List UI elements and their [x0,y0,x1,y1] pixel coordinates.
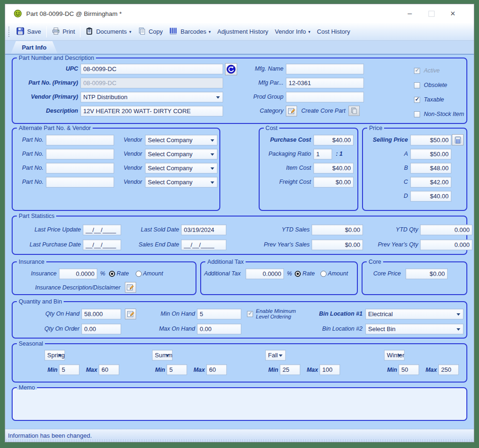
obsolete-checkbox[interactable] [414,82,420,88]
upc-label: UPC [15,65,78,72]
prod-group-input[interactable] [286,92,364,102]
qty-on-hand-input[interactable]: 58.000 [81,309,121,319]
documents-button[interactable]: Documents ▾ [82,25,134,38]
min-on-hand-label: Min On Hand [143,311,195,317]
sales-end-date-input[interactable]: __/__/____ [181,239,226,250]
vendor-primary-combo[interactable]: NTP Distribution [80,92,223,102]
alt-part-no-input[interactable] [46,177,114,188]
group-legend: Additional Tax [205,258,246,266]
fall-min-input[interactable]: 25 [280,364,300,375]
season-fall-combo[interactable]: Fall [265,350,286,361]
additional-tax-rate-radio[interactable] [295,271,301,277]
ytd-sales-input[interactable]: $0.00 [312,224,363,235]
season-summer-combo[interactable]: Summer [152,350,173,361]
print-button[interactable]: Print [49,25,79,38]
create-core-part-label: Create Core Part [301,108,343,114]
additional-tax-amount-label: Amount [328,270,348,277]
obsolete-label: Obsolete [424,82,447,88]
part-info-page: Part Number and Description UPC08-0099-D… [5,55,474,429]
bin-location-2-combo[interactable]: Select Bin [365,324,464,334]
packaging-ratio-input[interactable]: 1 [313,149,332,159]
last-price-update-label: Last Price Update [15,226,81,233]
toolbar-grip-handle[interactable] [8,26,10,37]
item-cost-input[interactable]: $40.00 [313,163,354,173]
category-edit-button[interactable] [286,106,297,116]
price-c-input[interactable]: $42.00 [410,177,451,188]
create-core-part-button[interactable] [348,106,360,116]
prev-years-qty-input[interactable]: 0.000 [420,239,472,250]
part-no-primary-label: Part No. (Primary) [15,79,78,86]
close-button[interactable]: × [442,9,464,19]
insurance-amount-radio[interactable] [136,271,142,277]
copy-pages-icon [350,107,358,115]
barcodes-button[interactable]: Barcodes ▾ [166,25,214,38]
insurance-description-edit-button[interactable] [125,282,136,293]
mfg-name-input[interactable] [286,64,364,74]
active-checkbox[interactable] [414,68,420,74]
additional-tax-amount-radio[interactable] [320,271,327,277]
non-stock-item-checkbox[interactable] [414,111,420,117]
summer-max-input[interactable]: 60 [206,364,227,375]
price-a-input[interactable]: $50.00 [410,149,451,159]
cost-history-button[interactable]: Cost History [314,26,354,37]
season-winter-combo[interactable]: Winter [384,350,405,361]
bin-location-1-combo[interactable]: Electrical [365,309,464,319]
ytd-qty-input[interactable]: 0.000 [420,224,472,235]
freight-cost-input[interactable]: $0.00 [313,177,354,188]
last-price-update-input[interactable]: __/__/____ [83,224,121,235]
maximize-button[interactable] [421,11,442,17]
price-d-input[interactable]: $40.00 [410,191,451,202]
insurance-label: Insurance [15,270,57,277]
spring-min-input[interactable]: 5 [59,364,80,375]
memo-group: Memo [12,387,467,421]
additional-tax-input[interactable]: 0.0000 [246,268,284,279]
winter-min-input[interactable]: 50 [399,364,419,375]
save-button[interactable]: Save [13,25,44,38]
price-calculator-button[interactable] [452,134,464,145]
season-spring-combo[interactable]: Spring [44,350,65,361]
price-b-input[interactable]: $48.00 [410,163,451,173]
alt-vendor-combo[interactable]: Select Company [145,177,218,188]
copy-button[interactable]: Copy [135,25,166,38]
prev-years-sales-input[interactable]: $0.00 [312,239,363,250]
minimize-button[interactable]: – [399,9,421,18]
barcodes-label: Barcodes [181,28,206,35]
taxable-checkbox[interactable] [414,97,420,103]
max-on-hand-input[interactable]: 0.00 [197,324,241,334]
alt-vendor-label: Vendor [119,151,142,157]
insurance-input[interactable]: 0.0000 [59,268,97,279]
group-legend: Insurance [17,258,46,266]
insurance-rate-radio[interactable] [109,271,115,277]
winter-max-input[interactable]: 250 [438,364,459,375]
last-sold-date-input[interactable]: 03/19/2024 [181,224,226,235]
qty-on-order-input[interactable]: 0.00 [81,324,121,334]
last-purchase-date-input[interactable]: __/__/____ [83,239,121,250]
description-input[interactable]: 12V HEATER 200 WATT- DIRTY CORE [80,106,223,116]
alt-vendor-combo[interactable]: Select Company [145,149,218,159]
spring-max-input[interactable]: 60 [99,364,119,375]
item-cost-label: Item Cost [263,165,311,171]
alt-vendor-combo[interactable]: Select Company [145,163,218,173]
mfg-part-input[interactable]: 12-0361 [286,78,364,88]
min-on-hand-input[interactable]: 5 [197,309,241,319]
core-price-input[interactable]: $0.00 [406,268,448,279]
alt-part-no-input[interactable] [46,135,114,145]
adjustment-history-button[interactable]: Adjustment History [214,26,271,37]
fall-max-input[interactable]: 100 [319,364,340,375]
save-label: Save [27,28,41,35]
selling-price-input[interactable]: $50.00 [410,135,451,145]
toolbar-separator [80,26,80,37]
alt-part-no-input[interactable] [46,149,114,159]
enable-minimum-level-checkbox[interactable] [247,311,253,317]
upc-input[interactable]: 08-0099-DC [80,64,223,74]
purchase-cost-input[interactable]: $40.00 [313,135,354,145]
qty-on-hand-edit-button[interactable] [125,309,136,319]
tab-part-info[interactable]: Part Info [11,41,58,54]
alt-part-no-input[interactable] [46,163,114,173]
summer-min-input[interactable]: 5 [167,364,187,375]
undo-button[interactable] [225,63,237,75]
alt-vendor-combo[interactable]: Select Company [145,135,218,145]
memo-textarea[interactable] [14,390,465,419]
alt-part-no-label: Part No. [15,137,44,143]
vendor-info-button[interactable]: Vendor Info ▾ [272,26,314,37]
